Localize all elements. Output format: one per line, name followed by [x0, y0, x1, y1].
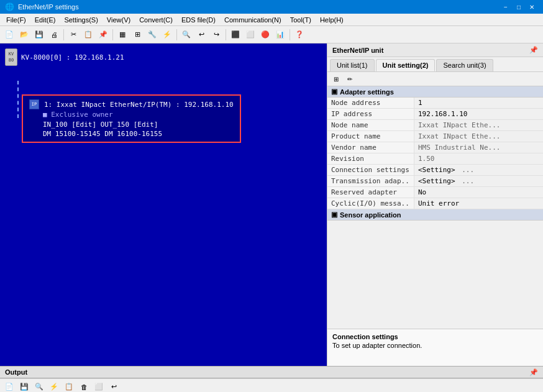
output-panel: 📄 💾 🔍 ⚡ 📋 🗑 ⬜ ↩ N... Node name IP addres…: [0, 378, 543, 392]
prop-val-product-name: Ixxat INpact Ethe...: [414, 131, 543, 142]
prop-row-cyclic: Cyclic(I/O) messa.. Unit error: [327, 198, 543, 209]
menu-convert[interactable]: Convert(C): [135, 15, 176, 25]
toolbar-btn11[interactable]: ⚡: [160, 28, 174, 42]
toolbar-cut[interactable]: ✂: [66, 28, 80, 42]
prop-key-revision: Revision: [327, 153, 414, 164]
toolbar-btn13[interactable]: ↩: [194, 28, 208, 42]
toolbar-btn9[interactable]: ⊞: [130, 28, 144, 42]
selected-device-line4: DM 15100-15145 DM 16100-16155: [43, 130, 162, 138]
menu-file[interactable]: File(F): [2, 15, 30, 25]
toolbar-btn12[interactable]: 🔍: [180, 28, 193, 42]
toolbar-paste[interactable]: 📌: [96, 28, 110, 42]
tab-unit-list[interactable]: Unit list(1): [330, 59, 375, 71]
sensor-app-section: ▣ Sensor application: [327, 209, 543, 221]
collapse-icon: ▣: [331, 88, 337, 96]
prop-val-ip-address: 192.168.1.10: [414, 109, 543, 119]
menu-tool[interactable]: Tool(T): [286, 15, 315, 25]
toolbar-open[interactable]: 📂: [17, 28, 31, 42]
right-toolbar-btn2[interactable]: ✏: [344, 73, 356, 84]
output-btn1[interactable]: 📄: [2, 380, 16, 393]
prop-row-product-name: Product name Ixxat INpact Ethe...: [327, 131, 543, 142]
title-bar: 🌐 EtherNet/IP settings − □ ✕: [0, 0, 543, 14]
prop-val-node-name: Ixxat INpact Ethe...: [414, 120, 543, 130]
menu-communication[interactable]: Communication(N): [221, 15, 285, 25]
toolbar: 📄 📂 💾 🖨 ✂ 📋 📌 ▦ ⊞ 🔧 ⚡ 🔍 ↩ ↪ ⬛ ⬜ 🔴 📊 ❓: [0, 26, 543, 43]
selected-device-box[interactable]: IP 1: Ixxat INpact EtherNet/IP(TM) : 192…: [22, 94, 241, 143]
toolbar-separator-2: [112, 29, 113, 40]
output-pin[interactable]: 📌: [529, 368, 538, 376]
prop-key-vendor-name: Vendor name: [327, 142, 414, 153]
prop-key-ip-address: IP address: [327, 109, 414, 119]
output-divider: Output 📌: [0, 366, 543, 378]
prop-key-transmission: Transmission adap..: [327, 176, 414, 186]
output-btn2[interactable]: 💾: [17, 380, 31, 393]
toolbar-btn10[interactable]: 🔧: [145, 28, 159, 42]
right-panel-tabs: Unit list(1) Unit setting(2) Search unit…: [327, 57, 543, 72]
output-btn7[interactable]: ⬜: [92, 380, 106, 393]
toolbar-btn18[interactable]: 📊: [273, 28, 287, 42]
prop-val-node-address: 1: [414, 98, 543, 108]
network-diagram-panel: KV80 KV-8000[0] : 192.168.1.21 IP 1: Ixx…: [0, 43, 327, 366]
sensor-app-label: Sensor application: [340, 211, 401, 219]
output-btn6[interactable]: 🗑: [77, 380, 91, 393]
output-btn8[interactable]: ↩: [107, 380, 121, 393]
menu-eds[interactable]: EDS file(D): [178, 15, 219, 25]
toolbar-separator-1: [63, 29, 64, 40]
prop-row-revision: Revision 1.50: [327, 153, 543, 165]
right-panel: EtherNet/IP unit 📌 Unit list(1) Unit set…: [327, 43, 543, 366]
toolbar-new[interactable]: 📄: [2, 28, 16, 42]
prop-val-conn-settings: <Setting> ...: [414, 165, 543, 175]
right-panel-toolbar: ⊞ ✏: [327, 72, 543, 86]
prop-val-reserved: No: [414, 187, 543, 198]
menu-settings[interactable]: Settings(S): [60, 15, 101, 25]
tab-search-unit[interactable]: Search unit(3): [436, 59, 493, 71]
menu-help[interactable]: Help(H): [316, 15, 347, 25]
toolbar-btn17[interactable]: 🔴: [258, 28, 272, 42]
prop-key-node-name: Node name: [327, 120, 414, 130]
app-icon: 🌐: [5, 2, 14, 11]
maximize-button[interactable]: □: [513, 1, 525, 13]
prop-key-conn-settings: Connection settings: [327, 165, 414, 175]
toolbar-save[interactable]: 💾: [32, 28, 46, 42]
prop-row-reserved: Reserved adapter No: [327, 187, 543, 198]
selected-device-icon: IP: [29, 99, 39, 109]
toolbar-btn8[interactable]: ▦: [116, 28, 129, 42]
toolbar-separator-3: [176, 29, 177, 40]
toolbar-copy[interactable]: 📋: [81, 28, 95, 42]
prop-val-vendor-name: HMS Industrial Ne...: [414, 142, 543, 153]
adapter-settings-section: ▣ Adapter settings: [327, 86, 543, 98]
output-btn3[interactable]: 🔍: [32, 380, 46, 393]
collapse-sensor-icon: ▣: [331, 211, 337, 219]
prop-row-ip-address: IP address 192.168.1.10: [327, 109, 543, 120]
prop-key-product-name: Product name: [327, 131, 414, 142]
output-btn4[interactable]: ⚡: [47, 380, 61, 393]
toolbar-separator-4: [226, 29, 226, 40]
right-toolbar-btn1[interactable]: ⊞: [330, 73, 342, 84]
prop-val-revision: 1.50: [414, 153, 543, 164]
description-title: Connection settings: [332, 333, 538, 340]
selected-device-line1: 1: Ixxat INpact EtherNet/IP(TM) : 192.16…: [44, 101, 234, 109]
selected-device-line2: ■ Exclusive owner: [43, 111, 113, 119]
menu-view[interactable]: View(V): [103, 15, 134, 25]
connection-line: [17, 81, 19, 118]
prop-val-cyclic: Unit error: [414, 198, 543, 209]
pin-icon[interactable]: 📌: [529, 46, 538, 54]
close-button[interactable]: ✕: [526, 1, 538, 13]
prop-key-cyclic: Cyclic(I/O) messa..: [327, 198, 414, 209]
output-btn5[interactable]: 📋: [62, 380, 76, 393]
toolbar-btn15[interactable]: ⬛: [229, 28, 242, 42]
tab-unit-setting[interactable]: Unit setting(2): [376, 59, 436, 71]
prop-key-node-address: Node address: [327, 98, 414, 108]
toolbar-btn14[interactable]: ↪: [209, 28, 223, 42]
prop-row-vendor-name: Vendor name HMS Industrial Ne...: [327, 142, 543, 153]
root-device-label: KV-8000[0] : 192.168.1.21: [21, 53, 124, 62]
menu-edit[interactable]: Edit(E): [31, 15, 60, 25]
prop-key-reserved: Reserved adapter: [327, 187, 414, 198]
minimize-button[interactable]: −: [500, 1, 512, 13]
toolbar-btn4[interactable]: 🖨: [47, 28, 61, 42]
right-panel-title: EtherNet/IP unit: [332, 47, 383, 54]
properties-table: ▣ Adapter settings Node address 1 IP add…: [327, 86, 543, 329]
toolbar-btn16[interactable]: ⬜: [244, 28, 257, 42]
toolbar-btn19[interactable]: ❓: [293, 28, 306, 42]
selected-device-line3: IN_100 [Edit] OUT_150 [Edit]: [43, 121, 158, 129]
